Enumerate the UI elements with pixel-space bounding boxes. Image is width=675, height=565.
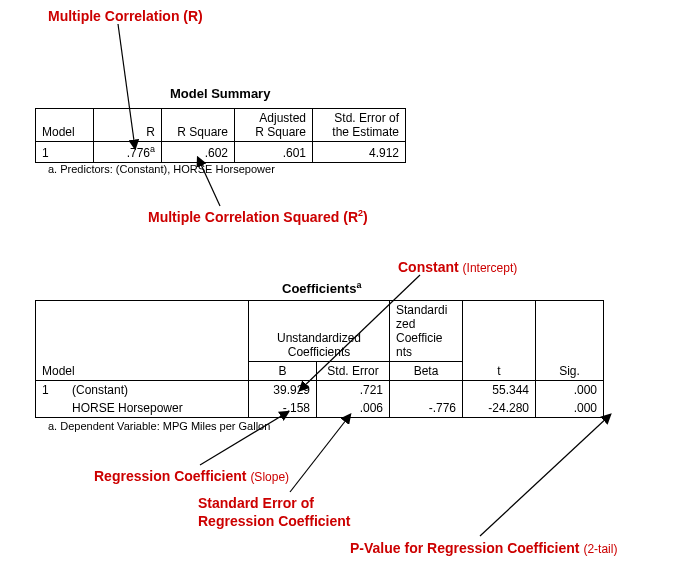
col-stderr: Std. Error: [317, 362, 390, 381]
annotation-pvalue: P-Value for Regression Coefficient (2-ta…: [350, 540, 617, 556]
cell-beta: -.776: [390, 399, 463, 418]
col-rsquare: R Square: [162, 109, 235, 142]
header-text: R Square: [255, 125, 306, 139]
header-text: Coefficients: [288, 345, 350, 359]
table-row: 1 (Constant) 39.929 .721 55.344 .000: [36, 381, 604, 400]
col-sig: Sig.: [536, 301, 604, 381]
annotation-std-error-line1: Standard Error of: [198, 495, 314, 511]
header-text: Std. Error of: [334, 111, 399, 125]
header-text: Coefficie: [396, 331, 442, 345]
cell-model: 1: [36, 381, 67, 418]
annotation-constant: Constant (Intercept): [398, 259, 517, 275]
cell-value: .776: [127, 146, 150, 160]
header-text: zed: [396, 317, 415, 331]
cell-b: -.158: [249, 399, 317, 418]
annotation-std-error-line2: Regression Coefficient: [198, 513, 350, 529]
cell-rsquare: .602: [162, 142, 235, 163]
cell-stderr-estimate: 4.912: [313, 142, 406, 163]
cell-sig: .000: [536, 381, 604, 400]
annotation-subtext: (Slope): [250, 470, 289, 484]
table-header-row: Model R R Square Adjusted R Square Std. …: [36, 109, 406, 142]
svg-line-4: [290, 415, 350, 492]
annotation-text: Multiple Correlation Squared (R: [148, 209, 358, 225]
col-r: R: [94, 109, 162, 142]
col-model: Model: [36, 109, 94, 142]
header-text: Unstandardized: [277, 331, 361, 345]
superscript: a: [150, 144, 155, 154]
table-header-row: Model Unstandardized Coefficients Standa…: [36, 301, 604, 362]
cell-stderr: .721: [317, 381, 390, 400]
model-summary-title: Model Summary: [170, 86, 270, 101]
title-text: Coefficients: [282, 281, 356, 296]
cell-t: -24.280: [463, 399, 536, 418]
annotation-subtext: (Intercept): [463, 261, 518, 275]
model-summary-footnote: a. Predictors: (Constant), HORSE Horsepo…: [48, 163, 275, 175]
annotation-multiple-r: Multiple Correlation (R): [48, 8, 203, 24]
col-b: B: [249, 362, 317, 381]
header-text: Standardi: [396, 303, 447, 317]
cell-stderr: .006: [317, 399, 390, 418]
header-text: Adjusted: [259, 111, 306, 125]
col-beta: Beta: [390, 362, 463, 381]
col-model: Model: [36, 301, 249, 381]
svg-line-5: [480, 415, 610, 536]
table-row: 1 .776a .602 .601 4.912: [36, 142, 406, 163]
cell-r: .776a: [94, 142, 162, 163]
cell-t: 55.344: [463, 381, 536, 400]
cell-adj-rsquare: .601: [235, 142, 313, 163]
coefficients-title: Coefficientsa: [282, 280, 361, 296]
col-t: t: [463, 301, 536, 381]
annotation-text: ): [363, 209, 368, 225]
coefficients-table: Model Unstandardized Coefficients Standa…: [35, 300, 604, 418]
cell-varname: HORSE Horsepower: [66, 399, 249, 418]
model-summary-table: Model R R Square Adjusted R Square Std. …: [35, 108, 406, 163]
header-text: the Estimate: [332, 125, 399, 139]
cell-varname: (Constant): [66, 381, 249, 400]
table-row: HORSE Horsepower -.158 .006 -.776 -24.28…: [36, 399, 604, 418]
col-stderr-estimate: Std. Error of the Estimate: [313, 109, 406, 142]
annotation-text: Regression Coefficient: [94, 468, 246, 484]
col-std-coef: Standardi zed Coefficie nts: [390, 301, 463, 362]
annotation-text: P-Value for Regression Coefficient: [350, 540, 580, 556]
annotation-subtext: (2-tail): [583, 542, 617, 556]
col-unstd-coef: Unstandardized Coefficients: [249, 301, 390, 362]
cell-b: 39.929: [249, 381, 317, 400]
cell-sig: .000: [536, 399, 604, 418]
annotation-r-squared: Multiple Correlation Squared (R2): [148, 208, 368, 225]
col-adj-rsquare: Adjusted R Square: [235, 109, 313, 142]
superscript: a: [356, 280, 361, 290]
cell-model: 1: [36, 142, 94, 163]
header-text: nts: [396, 345, 412, 359]
cell-beta: [390, 381, 463, 400]
annotation-regression-coef: Regression Coefficient (Slope): [94, 468, 289, 484]
annotation-text: Constant: [398, 259, 459, 275]
coefficients-footnote: a. Dependent Variable: MPG Miles per Gal…: [48, 420, 270, 432]
